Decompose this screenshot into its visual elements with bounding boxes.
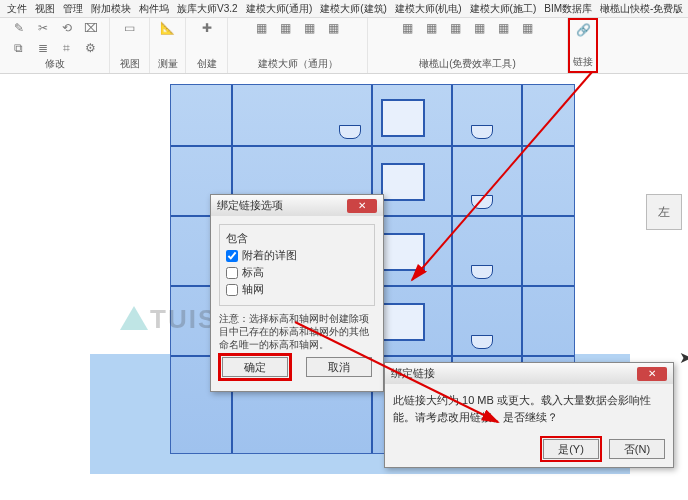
dialog-title: 绑定链接 [391,366,435,381]
ribbon-group-gls: ▦▦▦▦▦▦ 橄榄山(免费效率工具) [368,18,568,73]
tool-icon[interactable]: ⚙ [81,40,101,56]
tool-icon[interactable]: ⟲ [57,20,77,36]
tool-icon[interactable]: 📐 [158,20,178,36]
tool-icon[interactable]: ≣ [33,40,53,56]
checkbox-input[interactable] [226,267,238,279]
cursor-icon: ➤ [679,348,688,367]
ribbon-group-label: 测量 [158,57,178,71]
menu-item[interactable]: 构件坞 [136,2,172,16]
menu-item[interactable]: 管理 [60,2,86,16]
ribbon-group-label: 建模大师（通用） [258,57,338,71]
watermark-icon [120,306,148,330]
group-label: 包含 [226,231,368,246]
checkbox-input[interactable] [226,284,238,296]
ribbon-group-modify: ✎✂⟲⌧⧉≣⌗⚙ 修改 [0,18,110,73]
menu-item[interactable]: 建模大师(建筑) [317,2,390,16]
tool-icon[interactable]: ✎ [9,20,29,36]
close-icon[interactable]: ✕ [347,199,377,213]
tool-icon[interactable]: ▦ [252,20,272,36]
ribbon-group-label: 创建 [197,57,217,71]
yes-button[interactable]: 是(Y) [543,439,599,459]
tool-icon[interactable]: ▭ [120,20,140,36]
view-cube[interactable]: 左 [646,194,682,230]
tool-icon[interactable]: ▦ [518,20,538,36]
checkbox-label: 轴网 [242,282,264,297]
ribbon-group-view: ▭ 视图 [110,18,150,73]
tool-icon[interactable]: ▦ [446,20,466,36]
tool-icon[interactable]: ▦ [470,20,490,36]
tool-icon[interactable]: ▦ [324,20,344,36]
tool-icon[interactable]: ✂ [33,20,53,36]
menu-item[interactable]: 建模大师(机电) [392,2,465,16]
tool-icon[interactable]: ▦ [398,20,418,36]
dialog-message: 此链接大约为 10 MB 或更大。载入大量数据会影响性能。请考虑改用链接。是否继… [393,392,665,425]
dialog-title: 绑定链接选项 [217,198,283,213]
close-icon[interactable]: ✕ [637,367,667,381]
ribbon-group-master: ▦▦▦▦ 建模大师（通用） [228,18,368,73]
ok-button[interactable]: 确定 [222,357,288,377]
ribbon-group-label: 链接 [573,55,593,69]
menu-item[interactable]: 建模大师(通用) [243,2,316,16]
tool-icon[interactable]: ⌧ [81,20,101,36]
ribbon-group-measure: 📐 测量 [150,18,186,73]
tool-icon[interactable]: ▦ [494,20,514,36]
dialog-titlebar[interactable]: 绑定链接选项 ✕ [211,195,383,216]
checkbox-level[interactable]: 标高 [226,265,368,280]
menu-item[interactable]: 文件 [4,2,30,16]
include-group: 包含 附着的详图 标高 轴网 [219,224,375,306]
ribbon-group-label: 修改 [45,57,65,71]
checkbox-grid[interactable]: 轴网 [226,282,368,297]
tool-icon[interactable]: ▦ [422,20,442,36]
ribbon-group-create: ✚ 创建 [186,18,228,73]
ribbon-group-label: 橄榄山(免费效率工具) [419,57,516,71]
checkbox-detail[interactable]: 附着的详图 [226,248,368,263]
link-icon[interactable]: 🔗 [573,22,593,38]
tool-icon[interactable]: ⌗ [57,40,77,56]
ribbon-group-link[interactable]: 🔗 链接 [568,18,598,73]
bind-link-options-dialog: 绑定链接选项 ✕ 包含 附着的详图 标高 轴网 注意：选择标高和轴网时创建除项目… [210,194,384,392]
menu-item[interactable]: 族库大师V3.2 [174,2,241,16]
bind-link-confirm-dialog: 绑定链接 ✕ 此链接大约为 10 MB 或更大。载入大量数据会影响性能。请考虑改… [384,362,674,468]
menu-item[interactable]: 橄榄山快模-免费版 [597,2,686,16]
menu-item[interactable]: 视图 [32,2,58,16]
menu-bar: 文件 视图 管理 附加模块 构件坞 族库大师V3.2 建模大师(通用) 建模大师… [0,0,688,18]
ribbon: ✎✂⟲⌧⧉≣⌗⚙ 修改 ▭ 视图 📐 测量 ✚ 创建 ▦▦▦▦ 建模大师（通用）… [0,18,688,74]
cancel-button[interactable]: 取消 [306,357,372,377]
tool-icon[interactable]: ▦ [300,20,320,36]
ribbon-group-label: 视图 [120,57,140,71]
dialog-titlebar[interactable]: 绑定链接 ✕ [385,363,673,384]
tool-icon[interactable]: ✚ [197,20,217,36]
checkbox-label: 附着的详图 [242,248,297,263]
menu-item[interactable]: 附加模块 [88,2,134,16]
tool-icon[interactable]: ⧉ [9,40,29,56]
checkbox-label: 标高 [242,265,264,280]
menu-item[interactable]: 建模大师(施工) [467,2,540,16]
dialog-note: 注意：选择标高和轴网时创建除项目中已存在的标高和轴网外的其他命名唯一的标高和轴网… [219,312,375,351]
tool-icon[interactable]: ▦ [276,20,296,36]
menu-item[interactable]: BIM数据库 [541,2,595,16]
checkbox-input[interactable] [226,250,238,262]
no-button[interactable]: 否(N) [609,439,665,459]
